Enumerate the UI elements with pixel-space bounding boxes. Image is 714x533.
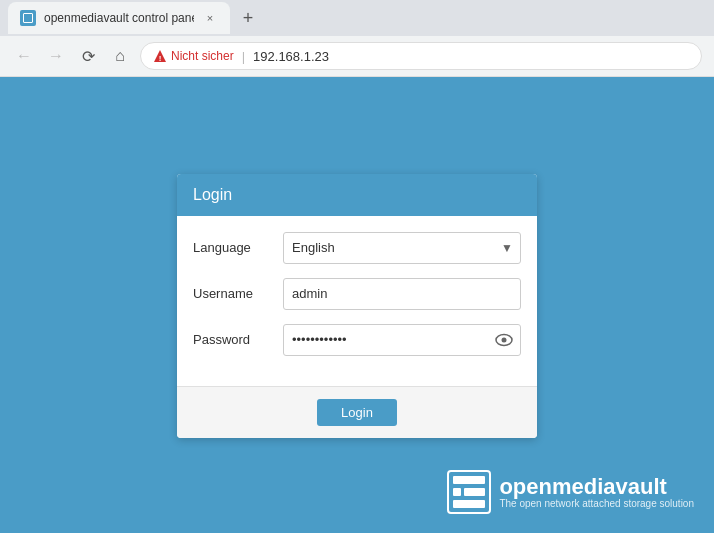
language-label: Language — [193, 240, 283, 255]
page-content: Login Language English Deutsch Français … — [0, 77, 714, 533]
browser-chrome: openmediavault control panel - × + ← → ⟳… — [0, 0, 714, 77]
tab-bar: openmediavault control panel - × + — [0, 0, 714, 36]
forward-button[interactable]: → — [44, 44, 68, 68]
omv-text-group: openmediavault The open network attached… — [499, 476, 694, 509]
password-toggle-button[interactable] — [495, 333, 513, 347]
login-header: Login — [177, 174, 537, 216]
omv-logo-icon — [447, 470, 491, 514]
username-input[interactable] — [283, 278, 521, 310]
address-bar[interactable]: ! Nicht sicher | 192.168.1.23 — [140, 42, 702, 70]
new-tab-button[interactable]: + — [234, 4, 262, 32]
password-input[interactable] — [283, 324, 521, 356]
tab-close-button[interactable]: × — [202, 10, 218, 26]
tab-favicon — [20, 10, 36, 26]
security-warning: ! Nicht sicher — [153, 49, 234, 63]
home-icon: ⌂ — [115, 47, 125, 65]
login-container: Login Language English Deutsch Français … — [177, 174, 537, 438]
username-label: Username — [193, 286, 283, 301]
svg-point-3 — [502, 337, 507, 342]
back-icon: ← — [16, 47, 32, 65]
back-button[interactable]: ← — [12, 44, 36, 68]
password-label: Password — [193, 332, 283, 347]
login-button[interactable]: Login — [317, 399, 397, 426]
login-body: Language English Deutsch Français Españo… — [177, 216, 537, 386]
address-url: 192.168.1.23 — [253, 49, 329, 64]
omv-brand-name: openmediavault — [499, 476, 694, 498]
language-row: Language English Deutsch Français Españo… — [193, 232, 521, 264]
warning-triangle-icon: ! — [153, 49, 167, 63]
login-footer: Login — [177, 386, 537, 438]
security-text: Nicht sicher — [171, 49, 234, 63]
active-tab[interactable]: openmediavault control panel - × — [8, 2, 230, 34]
password-row: Password — [193, 324, 521, 356]
eye-icon — [495, 333, 513, 347]
refresh-icon: ⟳ — [82, 47, 95, 66]
login-title: Login — [193, 186, 232, 203]
forward-icon: → — [48, 47, 64, 65]
home-button[interactable]: ⌂ — [108, 44, 132, 68]
svg-text:!: ! — [159, 54, 162, 63]
tab-title: openmediavault control panel - — [44, 11, 194, 25]
omv-tagline: The open network attached storage soluti… — [499, 498, 694, 509]
nav-bar: ← → ⟳ ⌂ ! Nicht sicher | 192.168.1.23 — [0, 36, 714, 76]
username-row: Username — [193, 278, 521, 310]
language-select[interactable]: English Deutsch Français Español — [283, 232, 521, 264]
address-separator: | — [242, 49, 245, 64]
omv-logo: openmediavault The open network attached… — [447, 470, 694, 514]
refresh-button[interactable]: ⟳ — [76, 44, 100, 68]
language-select-wrapper: English Deutsch Français Español ▼ — [283, 232, 521, 264]
password-wrapper — [283, 324, 521, 356]
